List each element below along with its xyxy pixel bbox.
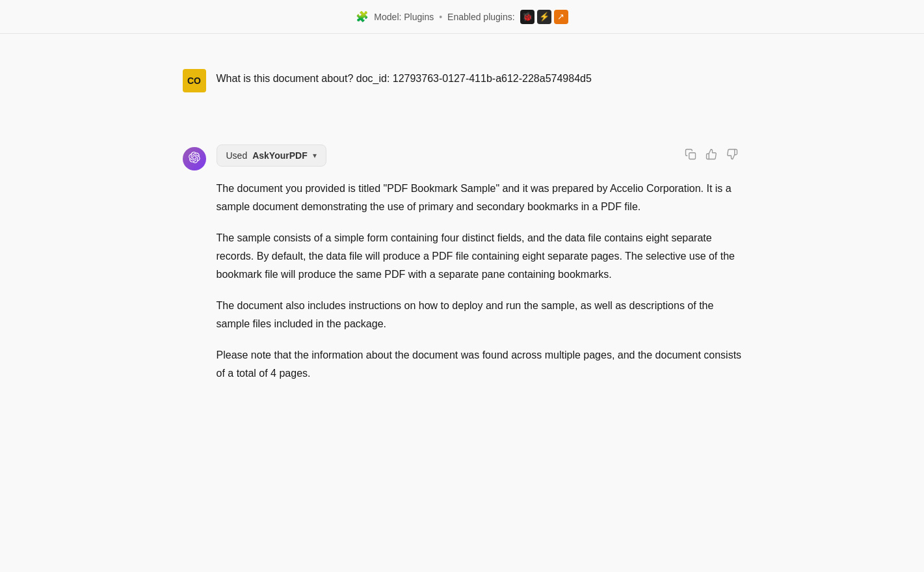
user-message-text: What is this document about? doc_id: 127… <box>217 66 592 87</box>
plugin-dropdown[interactable]: Used AskYourPDF ▾ <box>217 144 326 167</box>
plugin-badges: 🐞 ⚡ ↗ <box>520 10 568 24</box>
copy-button[interactable] <box>681 144 700 164</box>
plugin-badge-1[interactable]: 🐞 <box>520 10 535 24</box>
svg-rect-0 <box>689 153 695 159</box>
plugin-badge-3[interactable]: ↗ <box>554 10 568 24</box>
separator: • <box>439 12 442 22</box>
thumbs-up-button[interactable] <box>702 144 721 164</box>
plugin-used-prefix: Used <box>226 150 248 161</box>
plugin-1-icon: 🐞 <box>522 12 533 21</box>
assistant-actions <box>681 144 742 164</box>
response-paragraph-2: The sample consists of a simple form con… <box>217 229 742 284</box>
user-message: CO What is this document about? doc_id: … <box>183 53 742 105</box>
plugin-puzzle-icon: 🧩 <box>356 10 369 23</box>
plugin-3-icon: ↗ <box>557 12 564 21</box>
enabled-plugins-label: Enabled plugins: <box>447 12 515 22</box>
assistant-message: Used AskYourPDF ▾ The document you provi… <box>183 131 742 396</box>
assistant-avatar <box>183 147 206 170</box>
response-paragraph-1: The document you provided is titled "PDF… <box>217 180 742 216</box>
openai-logo-icon <box>189 152 200 167</box>
response-text: The document you provided is titled "PDF… <box>217 180 742 383</box>
thumbs-down-button[interactable] <box>722 144 742 164</box>
plugin-used-name: AskYourPDF <box>252 150 308 161</box>
model-label: Model: Plugins <box>374 12 434 22</box>
plugin-badge-2[interactable]: ⚡ <box>537 10 551 24</box>
response-paragraph-4: Please note that the information about t… <box>217 346 742 383</box>
main-content: CO What is this document about? doc_id: … <box>170 34 755 415</box>
top-bar: 🧩 Model: Plugins • Enabled plugins: 🐞 ⚡ … <box>0 0 924 34</box>
assistant-message-wrapper: Used AskYourPDF ▾ The document you provi… <box>183 131 742 396</box>
user-avatar: CO <box>183 69 206 92</box>
response-paragraph-3: The document also includes instructions … <box>217 297 742 333</box>
assistant-content: Used AskYourPDF ▾ The document you provi… <box>217 144 742 383</box>
chevron-down-icon: ▾ <box>313 151 317 160</box>
top-bar-content: 🧩 Model: Plugins • Enabled plugins: 🐞 ⚡ … <box>356 10 568 24</box>
plugin-2-icon: ⚡ <box>539 12 549 21</box>
